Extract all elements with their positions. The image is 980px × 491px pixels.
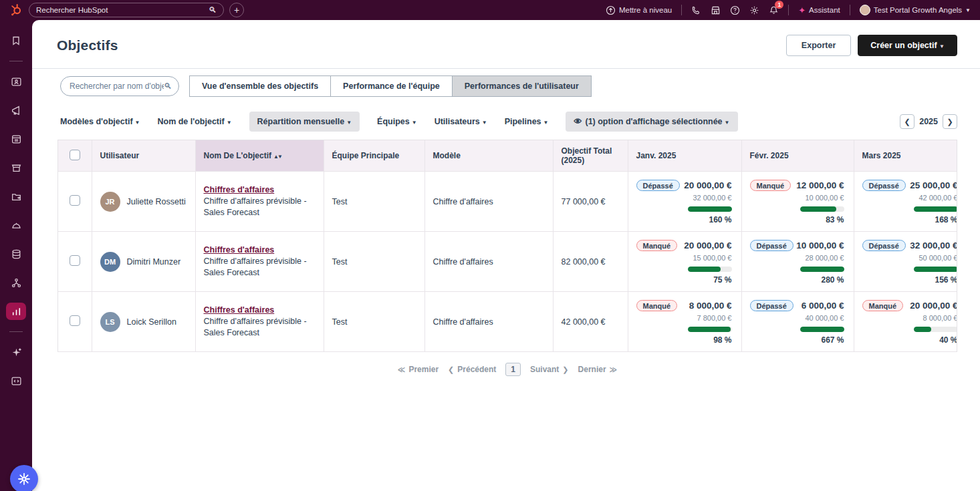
help-widget-button[interactable] bbox=[10, 465, 38, 491]
hubspot-logo-icon[interactable] bbox=[9, 3, 23, 17]
progress-bar bbox=[914, 327, 958, 332]
table-row: LSLoick Serillon Chiffres d'affairesChif… bbox=[58, 292, 957, 352]
sidebar-item-operations[interactable] bbox=[6, 188, 26, 205]
month-actual: 28 000,00 € bbox=[805, 254, 844, 262]
row-checkbox[interactable] bbox=[70, 315, 80, 326]
column-header-total[interactable]: Objectif Total (2025) bbox=[553, 140, 628, 172]
table-row: DMDimitri Munzer Chiffres d'affairesChif… bbox=[58, 232, 957, 292]
model-cell: Chiffre d'affaires bbox=[424, 172, 553, 232]
column-header-user[interactable]: Utilisateur bbox=[92, 140, 195, 172]
code-icon bbox=[11, 375, 22, 387]
month-target: 32 000,00 € bbox=[910, 240, 957, 251]
filter-goal-name[interactable]: Nom de l'objectif▼ bbox=[157, 117, 231, 126]
create-goal-button[interactable]: Créer un objectif ▼ bbox=[858, 35, 957, 56]
bar-chart-icon bbox=[11, 306, 22, 317]
double-chevron-left-icon: ≪ bbox=[398, 365, 406, 374]
month-target: 25 000,00 € bbox=[910, 180, 957, 190]
sidebar-item-developer[interactable] bbox=[6, 372, 26, 389]
filter-monthly-breakdown[interactable]: Répartition mensuelle▼ bbox=[249, 112, 360, 132]
filter-users[interactable]: Utilisateurs▼ bbox=[435, 117, 487, 126]
export-button[interactable]: Exporter bbox=[786, 35, 851, 56]
tab-user-performance[interactable]: Performances de l'utilisateur bbox=[453, 75, 592, 97]
filter-goal-templates[interactable]: Modèles d'objectif▼ bbox=[60, 117, 140, 126]
sidebar-item-content[interactable] bbox=[6, 130, 26, 148]
row-checkbox[interactable] bbox=[70, 195, 80, 206]
topbar-divider bbox=[681, 5, 682, 15]
sidebar-item-reporting[interactable] bbox=[6, 303, 26, 320]
assistant-button[interactable]: ✦ Assistant bbox=[798, 5, 840, 15]
upgrade-button[interactable]: Mettre à niveau bbox=[606, 5, 672, 15]
column-header-jan[interactable]: Janv. 2025 bbox=[628, 140, 741, 172]
global-search[interactable]: 🔍︎ bbox=[29, 3, 224, 17]
sidebar-item-automation[interactable] bbox=[6, 274, 26, 291]
starburst-icon bbox=[17, 472, 31, 486]
top-navigation-bar: 🔍︎ + Mettre à niveau 1 bbox=[0, 0, 980, 20]
sidebar-item-bookmarks[interactable] bbox=[6, 32, 26, 49]
global-search-input[interactable] bbox=[36, 6, 209, 14]
goal-name-link[interactable]: Chiffres d'affaires bbox=[204, 305, 275, 315]
goal-search-input[interactable] bbox=[70, 81, 164, 91]
progress-bar bbox=[688, 327, 732, 332]
account-menu[interactable]: Test Portal Growth Angels ▼ bbox=[860, 5, 971, 15]
select-all-checkbox[interactable] bbox=[70, 150, 80, 160]
model-cell: Chiffre d'affaires bbox=[424, 232, 553, 292]
total-goal-cell: 42 000,00 € bbox=[553, 292, 628, 352]
goal-subtitle: Chiffre d'affaires prévisible - Sales Fo… bbox=[204, 256, 316, 279]
month-actual: 42 000,00 € bbox=[918, 194, 957, 202]
settings-gear-icon[interactable] bbox=[749, 5, 759, 15]
column-header-feb[interactable]: Févr. 2025 bbox=[741, 140, 854, 172]
sidebar-item-ai[interactable] bbox=[6, 343, 26, 361]
month-target: 20 000,00 € bbox=[910, 301, 957, 311]
goal-search[interactable]: 🔍︎ bbox=[60, 76, 179, 96]
column-header-team[interactable]: Équipe Principale bbox=[324, 140, 424, 172]
calling-icon[interactable] bbox=[691, 5, 701, 15]
total-goal-cell: 82 000,00 € bbox=[553, 232, 628, 292]
quick-create-button[interactable]: + bbox=[229, 3, 244, 17]
main-content: Objectifs Exporter Créer un objectif ▼ 🔍… bbox=[32, 20, 980, 491]
goal-subtitle: Chiffre d'affaires prévisible - Sales Fo… bbox=[204, 196, 316, 218]
sidebar-item-commerce[interactable] bbox=[6, 159, 26, 176]
notification-badge: 1 bbox=[775, 1, 783, 9]
commerce-icon bbox=[11, 162, 22, 174]
eye-icon: 👁︎ bbox=[574, 117, 582, 126]
tab-team-performance[interactable]: Performance de l'équipe bbox=[331, 75, 453, 97]
pagination-next[interactable]: Suivant❯ bbox=[530, 365, 569, 374]
sidebar-divider bbox=[9, 61, 23, 61]
column-header-mar[interactable]: Mars 2025 bbox=[854, 140, 957, 172]
pagination-current-page[interactable]: 1 bbox=[505, 363, 521, 376]
month-target: 10 000,00 € bbox=[796, 240, 844, 251]
pagination-previous[interactable]: ❮Précédent bbox=[448, 365, 496, 374]
tab-goals-overview[interactable]: Vue d'ensemble des objectifs bbox=[189, 75, 331, 97]
table-header-row: Utilisateur Nom De L'objectif▲▼ Équipe P… bbox=[58, 140, 957, 172]
notifications-button[interactable]: 1 bbox=[769, 5, 779, 16]
bookmark-icon bbox=[11, 35, 21, 46]
pagination-last[interactable]: Dernier≫ bbox=[578, 365, 618, 374]
create-goal-label: Créer un objectif bbox=[870, 41, 937, 50]
next-year-button[interactable]: ❯ bbox=[943, 114, 957, 129]
goal-name-link[interactable]: Chiffres d'affaires bbox=[204, 185, 275, 194]
column-header-model[interactable]: Modèle bbox=[424, 140, 553, 172]
display-options-button[interactable]: 👁︎(1) option d'affichage sélectionnée▼ bbox=[566, 112, 737, 132]
month-actual: 8 000,00 € bbox=[923, 314, 958, 322]
goal-name-link[interactable]: Chiffres d'affaires bbox=[204, 245, 275, 255]
sidebar-item-crm[interactable] bbox=[6, 73, 26, 90]
sidebar-divider bbox=[9, 331, 23, 332]
marketplace-icon[interactable] bbox=[711, 5, 721, 15]
help-icon[interactable] bbox=[730, 5, 740, 15]
goal-subtitle: Chiffre d'affaires prévisible - Sales Fo… bbox=[204, 316, 316, 339]
column-header-goal-name[interactable]: Nom De L'objectif▲▼ bbox=[195, 140, 324, 172]
status-badge: Manqué bbox=[750, 180, 791, 191]
filter-teams[interactable]: Équipes▼ bbox=[377, 117, 417, 126]
pagination-first[interactable]: ≪Premier bbox=[398, 365, 439, 374]
sidebar-item-data[interactable] bbox=[6, 245, 26, 263]
sidebar-item-service[interactable] bbox=[6, 216, 26, 234]
month-percent: 667 % bbox=[821, 335, 844, 345]
row-checkbox[interactable] bbox=[70, 255, 80, 266]
status-badge: Manqué bbox=[862, 300, 904, 311]
team-cell: Test bbox=[324, 292, 424, 352]
filter-pipelines[interactable]: Pipelines▼ bbox=[505, 117, 549, 126]
previous-year-button[interactable]: ❮ bbox=[900, 114, 914, 129]
sidebar-item-marketing[interactable] bbox=[6, 102, 26, 119]
month-target: 6 000,00 € bbox=[802, 301, 844, 311]
upgrade-icon bbox=[606, 5, 616, 15]
